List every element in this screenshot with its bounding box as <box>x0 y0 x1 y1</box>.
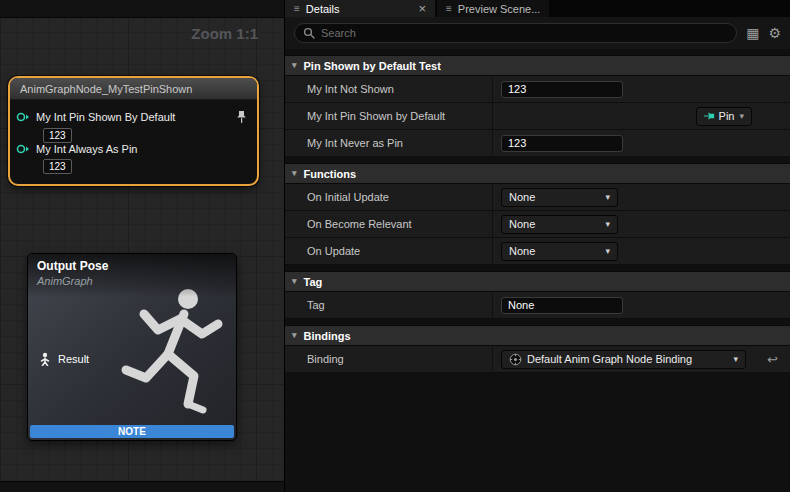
pin-icon <box>703 111 715 121</box>
chevron-down-icon: ▾ <box>292 169 297 178</box>
property-row: My Int Pin Shown by Default Pin ▾ <box>285 103 790 130</box>
property-row: On Initial Update None ▾ <box>285 184 790 211</box>
zoom-level-label: Zoom 1:1 <box>191 25 258 42</box>
settings-gear-icon[interactable]: ⚙ <box>768 26 781 40</box>
dropdown-value: None <box>509 191 535 203</box>
node-body: My Int Pin Shown By Default 123 My Int A… <box>10 100 257 184</box>
property-row: Tag <box>285 292 790 319</box>
property-value-cell: Default Anim Graph Node Binding ▾ ↩ <box>492 346 790 372</box>
property-row: On Become Relevant None ▾ <box>285 211 790 238</box>
result-pin-label: Result <box>58 353 89 365</box>
tab-preview-scene[interactable]: ≡ Preview Scene... <box>437 0 549 17</box>
node-title: Output Pose <box>37 259 227 273</box>
anim-graph-canvas[interactable]: Zoom 1:1 AnimGraphNode_MyTestPinShown My… <box>0 0 285 492</box>
node-subtitle: AnimGraph <box>37 275 227 287</box>
search-icon <box>303 27 315 39</box>
property-label: Tag <box>285 299 492 311</box>
chevron-down-icon: ▾ <box>605 220 610 229</box>
property-row: My Int Never as Pin <box>285 130 790 157</box>
property-value-cell: Pin ▾ <box>492 103 790 129</box>
pin-toggle-icon[interactable] <box>236 110 247 124</box>
section-title: Functions <box>304 168 357 180</box>
close-tab-icon[interactable]: × <box>418 2 426 15</box>
property-list: ▾ Pin Shown by Default Test My Int Not S… <box>285 49 790 492</box>
on-become-relevant-dropdown[interactable]: None ▾ <box>501 215 618 234</box>
dropdown-value: Default Anim Graph Node Binding <box>527 353 692 365</box>
section-title: Tag <box>304 276 323 288</box>
binding-class-icon <box>509 353 522 366</box>
property-value-cell <box>492 130 790 156</box>
pin-value-input[interactable]: 123 <box>43 159 72 174</box>
chevron-down-icon: ▾ <box>733 355 738 364</box>
property-label: On Initial Update <box>285 191 492 203</box>
chevron-down-icon: ▾ <box>739 112 744 121</box>
details-panel: ≡ Details × ≡ Preview Scene... ▦ ⚙ ▾ Pin… <box>285 0 790 492</box>
dropdown-value: None <box>509 218 535 230</box>
property-value-cell: None ▾ <box>492 211 790 237</box>
preview-scene-tab-icon: ≡ <box>446 3 452 14</box>
section-functions[interactable]: ▾ Functions <box>285 163 790 184</box>
section-bindings[interactable]: ▾ Bindings <box>285 325 790 346</box>
chevron-down-icon: ▾ <box>292 61 297 70</box>
int-pin-icon[interactable] <box>16 143 30 155</box>
section-tag[interactable]: ▾ Tag <box>285 271 790 292</box>
search-row: ▦ ⚙ <box>285 17 790 49</box>
property-row: My Int Not Shown <box>285 76 790 103</box>
graph-bottom-strip <box>0 481 284 492</box>
property-row: On Update None ▾ <box>285 238 790 265</box>
pin-label: My Int Always As Pin <box>36 143 137 155</box>
chevron-down-icon: ▾ <box>605 247 610 256</box>
property-label: My Int Never as Pin <box>285 137 492 149</box>
tag-input[interactable] <box>501 297 623 314</box>
pin-row: My Int Always As Pin <box>16 143 249 155</box>
tab-label: Details <box>306 3 340 15</box>
pin-dropdown-button[interactable]: Pin ▾ <box>696 107 752 126</box>
unreal-editor-window: Zoom 1:1 AnimGraphNode_MyTestPinShown My… <box>0 0 790 492</box>
chevron-down-icon: ▾ <box>605 193 610 202</box>
pin-row: My Int Pin Shown By Default <box>16 110 249 124</box>
output-pose-node[interactable]: Output Pose AnimGraph Result NOTE <box>27 253 237 441</box>
chevron-down-icon: ▾ <box>292 331 297 340</box>
pin-value-input[interactable]: 123 <box>43 128 72 143</box>
property-label: My Int Not Shown <box>285 83 492 95</box>
anim-graph-node-selected[interactable]: AnimGraphNode_MyTestPinShown My Int Pin … <box>8 76 259 186</box>
my-int-not-shown-input[interactable] <box>501 81 623 98</box>
mannequin-thumbnail <box>110 280 232 428</box>
property-label: Binding <box>285 353 492 365</box>
property-row: Binding Default Anim Graph Node Binding … <box>285 346 790 373</box>
dropdown-value: None <box>509 245 535 257</box>
node-header: Output Pose AnimGraph <box>28 254 236 297</box>
on-update-dropdown[interactable]: None ▾ <box>501 242 618 261</box>
property-value-cell: None ▾ <box>492 184 790 210</box>
tab-details[interactable]: ≡ Details × <box>285 0 435 17</box>
property-value-cell <box>492 292 790 318</box>
node-title: AnimGraphNode_MyTestPinShown <box>10 78 257 100</box>
int-pin-icon[interactable] <box>16 111 30 123</box>
section-title: Pin Shown by Default Test <box>304 60 441 72</box>
tab-label: Preview Scene... <box>458 3 541 15</box>
pin-button-label: Pin <box>719 110 735 122</box>
section-pin-shown-by-default-test[interactable]: ▾ Pin Shown by Default Test <box>285 55 790 76</box>
result-pin-row: Result <box>39 352 89 366</box>
property-label: My Int Pin Shown by Default <box>285 110 492 122</box>
tab-bar: ≡ Details × ≡ Preview Scene... <box>285 0 790 17</box>
my-int-never-as-pin-input[interactable] <box>501 135 623 152</box>
property-label: On Update <box>285 245 492 257</box>
pin-label: My Int Pin Shown By Default <box>36 111 175 123</box>
chevron-down-icon: ▾ <box>292 277 297 286</box>
search-input[interactable] <box>321 27 728 39</box>
section-title: Bindings <box>304 330 351 342</box>
property-label: On Become Relevant <box>285 218 492 230</box>
binding-dropdown[interactable]: Default Anim Graph Node Binding ▾ <box>501 350 746 369</box>
note-bar[interactable]: NOTE <box>30 425 234 438</box>
display-filter-icon[interactable]: ▦ <box>746 26 759 40</box>
property-value-cell: None ▾ <box>492 238 790 264</box>
graph-top-strip <box>0 0 284 18</box>
pose-pin-icon[interactable] <box>39 352 51 366</box>
on-initial-update-dropdown[interactable]: None ▾ <box>501 188 618 207</box>
details-tab-icon: ≡ <box>294 3 300 14</box>
property-value-cell <box>492 76 790 102</box>
reset-binding-icon[interactable]: ↩ <box>767 353 778 366</box>
search-box[interactable] <box>294 23 737 43</box>
